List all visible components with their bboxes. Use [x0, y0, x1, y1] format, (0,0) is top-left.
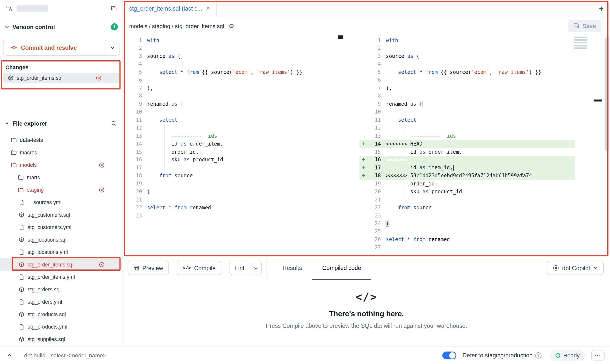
document-icon: [19, 274, 25, 280]
command-input[interactable]: dbt build --select <model_name>: [24, 352, 106, 358]
editor-scrollbar-thumb[interactable]: [605, 37, 609, 151]
compile-button[interactable]: </> Compile: [177, 261, 221, 275]
tree-item-stg_order_items.sql[interactable]: stg_order_items.sql: [0, 258, 122, 271]
search-icon[interactable]: [109, 119, 118, 128]
close-icon[interactable]: ×: [206, 5, 210, 12]
tree-item-stg_customers.sql[interactable]: stg_customers.sql: [0, 208, 122, 221]
tree-item-staging[interactable]: staging: [0, 183, 122, 196]
tree-item-stg_customers.yml[interactable]: stg_customers.yml: [0, 221, 122, 233]
line-number: 15: [128, 149, 147, 155]
code-line-15: 15 order_id,: [128, 148, 343, 156]
editor-pane-right[interactable]: 1with23source as (45 select * from {{ so…: [359, 35, 610, 256]
folder-icon: [18, 174, 24, 180]
tree-item-label: stg_locations.yml: [28, 249, 68, 255]
tree-item-macros[interactable]: macros: [0, 146, 122, 159]
tab-results[interactable]: Results: [272, 256, 312, 280]
folder-icon: [11, 137, 17, 143]
conflict-icon: [99, 162, 105, 168]
tree-item-label: __sources.yml: [28, 199, 61, 205]
commit-and-resolve-button[interactable]: Commit and resolve: [3, 40, 105, 55]
overview-ruler-mark: [594, 99, 602, 101]
preview-button[interactable]: Preview: [128, 261, 169, 275]
changes-list: stg_order_items.sql: [3, 73, 119, 83]
tree-item-stg_supplies.sql[interactable]: stg_supplies.sql: [0, 333, 122, 346]
changes-item-label: stg_order_items.sql: [17, 75, 63, 81]
conflict-icon: [96, 75, 102, 81]
line-number: 4: [128, 61, 147, 67]
tree-item-stg_orders.yml[interactable]: stg_orders.yml: [0, 296, 122, 308]
tree-item-data-tests[interactable]: data-tests: [0, 134, 122, 146]
tree-item-label: stg_orders.yml: [28, 299, 62, 305]
help-icon[interactable]: ?: [535, 352, 542, 358]
code-line-24: 24): [359, 219, 575, 227]
code-line-15: 15 id as order_item,: [359, 148, 575, 156]
line-number: 11: [128, 117, 147, 123]
tree-item-stg_products.sql[interactable]: stg_products.sql: [0, 308, 122, 321]
sidebar-top-bar: [0, 0, 122, 17]
line-number: 10: [369, 109, 386, 115]
line-number: 10: [128, 109, 147, 115]
tree-item-stg_locations.sql[interactable]: stg_locations.sql: [0, 233, 122, 246]
tab-stg-order-items[interactable]: stg_order_items.sql (last c... ×: [123, 0, 217, 17]
status-ready-pill[interactable]: Ready: [550, 350, 585, 361]
code-line-12: 12: [128, 124, 343, 132]
code-line-4: 4: [359, 60, 575, 68]
tree-item-__sources.yml[interactable]: __sources.yml: [0, 196, 122, 209]
tree-item-models[interactable]: models: [0, 159, 122, 171]
tree-item-label: stg_customers.yml: [28, 224, 71, 230]
code-line-10: 10: [359, 108, 575, 116]
defer-toggle[interactable]: [442, 351, 456, 359]
model-icon: [19, 262, 25, 267]
code-line-3: 3source as (: [128, 52, 343, 60]
line-number: 26: [369, 236, 386, 242]
tree-item-label: stg_order_items.sql: [28, 262, 73, 267]
gear-icon[interactable]: ⚙: [229, 22, 234, 29]
lint-button[interactable]: Lint: [230, 261, 250, 275]
ready-status-icon: [556, 353, 560, 358]
version-control-header[interactable]: Version control 1: [0, 22, 122, 32]
code-line-21: 21: [128, 196, 343, 203]
code-line-19: 19 order_id,: [359, 180, 575, 187]
lineage-icon[interactable]: [5, 4, 13, 13]
commit-dropdown-button[interactable]: [105, 40, 119, 55]
tree-item-stg_locations.yml[interactable]: stg_locations.yml: [0, 246, 122, 258]
tab-bar: stg_order_items.sql (last c... × +: [123, 0, 610, 17]
code-lines-left: 1with23source as (45 select * from {{ so…: [128, 36, 343, 219]
lint-dropdown-button[interactable]: [250, 261, 261, 275]
tab-compiled-code[interactable]: Compiled code: [312, 256, 371, 280]
code-line-20: 20): [128, 188, 343, 196]
line-number: 1: [369, 37, 386, 43]
save-button[interactable]: Save: [568, 20, 601, 32]
model-icon: [19, 311, 25, 317]
code-line-18: 18 from source: [128, 172, 343, 180]
empty-state-subtitle: Press Compile above to preview the SQL d…: [266, 322, 467, 329]
code-line-8: 8: [359, 92, 575, 100]
code-line-3: 3source as (: [359, 52, 575, 60]
tree-item-stg_products.yml[interactable]: stg_products.yml: [0, 320, 122, 333]
code-line-9: 9renamed as (: [359, 100, 575, 108]
line-number: 17: [369, 165, 386, 171]
code-line-1: 1with: [359, 36, 575, 44]
model-icon: [19, 286, 25, 292]
line-number: 20: [369, 189, 386, 195]
line-number: 18: [128, 173, 147, 179]
chevron-up-icon[interactable]: [5, 352, 14, 358]
code-line-13: 13 ---------- ids: [128, 132, 343, 140]
changes-item[interactable]: stg_order_items.sql: [3, 73, 119, 83]
left-pane-scrollbar-thumb[interactable]: [338, 35, 343, 39]
more-options-button[interactable]: ···: [591, 350, 605, 361]
editor-pane-left[interactable]: 1with23source as (45 select * from {{ so…: [123, 35, 343, 256]
file-explorer-header[interactable]: File explorer: [0, 118, 122, 129]
tree-item-stg_order_items.yml[interactable]: stg_order_items.yml: [0, 271, 122, 283]
tree-item-marts[interactable]: marts: [0, 171, 122, 184]
editor-scrollbar[interactable]: [604, 35, 610, 256]
document-icon: [19, 299, 25, 305]
copy-icon[interactable]: [109, 4, 118, 13]
add-tab-button[interactable]: +: [599, 4, 604, 12]
line-number: 4: [369, 61, 386, 67]
minimap[interactable]: [574, 36, 588, 49]
tree-item-stg_orders.sql[interactable]: stg_orders.sql: [0, 283, 122, 296]
folder-icon: [11, 149, 17, 155]
text-cursor: [453, 165, 453, 171]
dbt-copilot-button[interactable]: dbt Copilot: [547, 261, 604, 275]
